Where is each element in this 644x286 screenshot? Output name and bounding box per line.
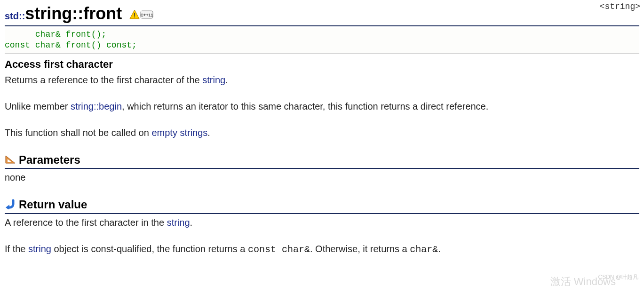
page-title: std::string::front ! C++11 — [5, 4, 639, 26]
summary-heading: Access first character — [5, 58, 639, 71]
return-value-heading: Return value — [5, 198, 639, 214]
parameters-heading: Parameters — [5, 153, 639, 169]
namespace: std:: — [5, 11, 25, 21]
triangle-ruler-icon — [5, 154, 16, 167]
string-link-2[interactable]: string — [167, 217, 190, 228]
svg-marker-6 — [6, 205, 9, 209]
cpp11-badge: ! C++11 — [129, 9, 154, 20]
description-1: Returns a reference to the first charact… — [5, 73, 639, 87]
parameters-body: none — [5, 171, 639, 184]
code-char-ref: char& — [410, 244, 438, 255]
return-description-2: If the string object is const-qualified,… — [5, 242, 639, 256]
code-const-char-ref: const char& — [248, 244, 310, 255]
string-link-3[interactable]: string — [28, 244, 51, 254]
function-signature: char& front(); const char& front() const… — [5, 28, 639, 54]
description-2: Unlike member string::begin, which retur… — [5, 100, 639, 113]
return-arrow-icon — [5, 199, 16, 212]
svg-text:!: ! — [134, 12, 135, 19]
svg-text:C++11: C++11 — [141, 13, 153, 17]
description-3: This function shall not be called on emp… — [5, 126, 639, 139]
empty-strings-link[interactable]: empty strings — [151, 127, 207, 138]
header-include[interactable]: <string> — [600, 2, 640, 11]
function-name: string::front — [25, 4, 122, 23]
string-begin-link[interactable]: string::begin — [71, 101, 122, 111]
string-link[interactable]: string — [202, 75, 225, 85]
return-description-1: A reference to the first character in th… — [5, 216, 639, 229]
svg-marker-4 — [6, 156, 15, 163]
